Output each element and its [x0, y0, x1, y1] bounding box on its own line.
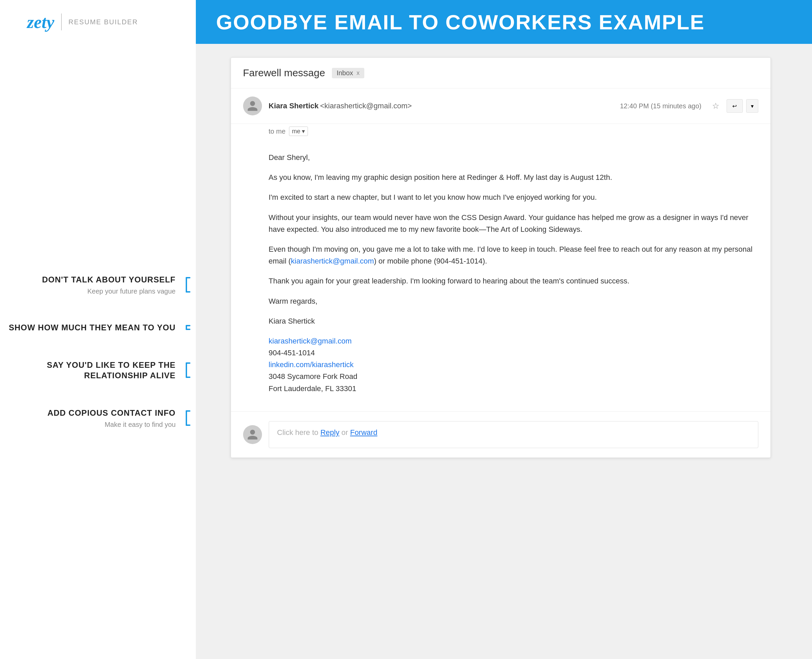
bracket-top-4 [186, 410, 190, 411]
dropdown-icon: ▾ [751, 103, 754, 109]
paragraph-1: As you know, I'm leaving my graphic desi… [269, 172, 758, 183]
logo-zety: zety [27, 12, 54, 32]
sender-avatar [243, 96, 262, 115]
tip-bracket-3 [186, 360, 193, 381]
right-panel: Farewell message Inbox x Kiara Shertick [196, 44, 812, 659]
from-info: Kiara Shertick <kiarashertick@gmail.com> [269, 102, 620, 110]
bracket-line-3 [186, 363, 187, 378]
more-actions-button[interactable]: ▾ [746, 99, 758, 113]
paragraph-3: Without your insights, our team would ne… [269, 211, 758, 235]
contact-address2: Fort Lauderdale, FL 33301 [269, 384, 357, 393]
bracket-bottom-1 [186, 291, 190, 293]
email-subject-bar: Farewell message Inbox x [231, 58, 771, 88]
to-label: to me [269, 128, 286, 135]
inbox-badge: Inbox x [332, 68, 364, 78]
bracket-bottom-3 [186, 377, 190, 378]
tip-title-1: DON'T TALK ABOUT YOURSELF [0, 274, 175, 285]
tip-text-2: SHOW HOW MUCH THEY MEAN TO YOU [0, 322, 186, 333]
email-actions: ☆ ↩ ▾ [708, 99, 758, 114]
email-from-bar: Kiara Shertick <kiarashertick@gmail.com>… [231, 88, 771, 124]
star-button[interactable]: ☆ [708, 99, 723, 114]
reply-link[interactable]: Reply [321, 428, 339, 437]
closing: Warm regards, [269, 295, 758, 307]
tip-title-2: SHOW HOW MUCH THEY MEAN TO YOU [0, 322, 175, 333]
tip-bracket-1 [186, 274, 193, 295]
inbox-close-button[interactable]: x [357, 69, 360, 77]
paragraph-2: I'm excited to start a new chapter, but … [269, 191, 758, 203]
email-body: Dear Sheryl, As you know, I'm leaving my… [231, 141, 771, 405]
left-panel: DON'T TALK ABOUT YOURSELF Keep your futu… [0, 44, 196, 659]
to-me-text: me [292, 128, 300, 135]
inline-email-link[interactable]: kiarashertick@gmail.com [291, 257, 374, 265]
reply-mid-text: or [339, 428, 350, 437]
paragraph-5: Thank you again for your great leadershi… [269, 275, 758, 287]
tip-item-1: DON'T TALK ABOUT YOURSELF Keep your futu… [0, 274, 196, 295]
bracket-bottom-2 [186, 329, 190, 330]
signature-name: Kiara Shertick [269, 315, 758, 327]
bracket-top-2 [186, 325, 190, 326]
tip-title-3: SAY YOU'D LIKE TO KEEP THE RELATIONSHIP … [0, 360, 175, 381]
reply-avatar [243, 425, 262, 444]
bracket-line-4 [186, 410, 187, 426]
reply-input[interactable]: Click here to Reply or Forward [269, 421, 758, 448]
logo-divider [61, 14, 62, 30]
contact-email-link[interactable]: kiarashertick@gmail.com [269, 337, 352, 345]
tip-subtitle-1: Keep your future plans vague [0, 287, 175, 295]
tip-item-4: ADD COPIOUS CONTACT INFO Make it easy to… [0, 408, 196, 429]
tip-item-3: SAY YOU'D LIKE TO KEEP THE RELATIONSHIP … [0, 360, 196, 381]
bracket-top-3 [186, 363, 190, 364]
main-content: DON'T TALK ABOUT YOURSELF Keep your futu… [0, 44, 812, 659]
header-right: GOODBYE EMAIL TO COWORKERS EXAMPLE [196, 0, 812, 44]
email-container: Farewell message Inbox x Kiara Shertick [231, 57, 771, 458]
to-me-badge[interactable]: me ▾ [289, 126, 308, 136]
from-name: Kiara Shertick [269, 102, 319, 110]
to-me-chevron-icon: ▾ [302, 128, 305, 135]
tip-text-4: ADD COPIOUS CONTACT INFO Make it easy to… [0, 408, 186, 429]
person-icon [246, 100, 259, 112]
salutation: Dear Sheryl, [269, 151, 758, 163]
reply-person-icon [246, 429, 259, 441]
bracket-line-1 [186, 277, 187, 293]
tip-text-3: SAY YOU'D LIKE TO KEEP THE RELATIONSHIP … [0, 360, 186, 381]
to-line: to me me ▾ [231, 124, 771, 141]
contact-linkedin-link[interactable]: linkedin.com/kiarashertick [269, 360, 354, 369]
bracket-top-1 [186, 277, 190, 278]
contact-address1: 3048 Sycamore Fork Road [269, 372, 357, 381]
reply-placeholder: Click here to Reply or Forward [277, 428, 378, 437]
from-email: <kiarashertick@gmail.com> [320, 102, 412, 110]
contact-phone: 904-451-1014 [269, 348, 315, 357]
forward-link[interactable]: Forward [350, 428, 378, 437]
header-left: zety RESUME BUILDER [0, 0, 196, 44]
reply-icon: ↩ [732, 103, 737, 109]
tip-item-2: SHOW HOW MUCH THEY MEAN TO YOU [0, 322, 196, 333]
reply-pre-text: Click here to [277, 428, 321, 437]
page-title: GOODBYE EMAIL TO COWORKERS EXAMPLE [216, 10, 705, 34]
tip-text-1: DON'T TALK ABOUT YOURSELF Keep your futu… [0, 274, 186, 295]
email-subject: Farewell message [243, 67, 325, 79]
reply-bar: Click here to Reply or Forward [231, 411, 771, 457]
bracket-bottom-4 [186, 424, 190, 426]
email-time: 12:40 PM (15 minutes ago) [620, 102, 701, 110]
header: zety RESUME BUILDER GOODBYE EMAIL TO COW… [0, 0, 812, 44]
tip-subtitle-4: Make it easy to find you [0, 421, 175, 429]
inbox-label: Inbox [336, 69, 353, 77]
tip-bracket-2 [186, 322, 193, 333]
tip-bracket-4 [186, 408, 193, 429]
contact-info: kiarashertick@gmail.com 904-451-1014 lin… [269, 335, 758, 394]
reply-button[interactable]: ↩ [727, 99, 743, 113]
paragraph-4: Even though I'm moving on, you gave me a… [269, 243, 758, 267]
tip-title-4: ADD COPIOUS CONTACT INFO [0, 408, 175, 418]
logo-subtitle: RESUME BUILDER [68, 18, 138, 26]
